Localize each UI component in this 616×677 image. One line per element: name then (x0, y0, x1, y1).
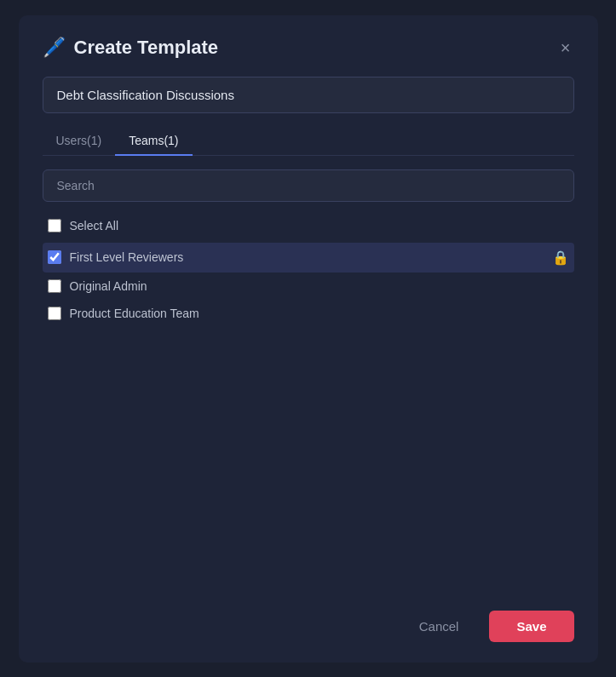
cancel-button[interactable]: Cancel (402, 611, 476, 642)
select-all-row[interactable]: Select All (43, 212, 574, 239)
save-button[interactable]: Save (489, 611, 573, 642)
team-checkbox-original-admin[interactable] (48, 279, 61, 293)
team-label-product-edu: Product Education Team (70, 307, 569, 320)
modal-header: 🖊️ Create Template × (43, 36, 574, 60)
select-all-label: Select All (70, 219, 569, 232)
close-button[interactable]: × (557, 36, 574, 60)
create-template-modal: 🖊️ Create Template × Users(1) Teams(1) S… (19, 15, 598, 663)
search-input[interactable] (43, 169, 574, 202)
select-all-checkbox[interactable] (48, 219, 61, 232)
team-checkbox-first-level[interactable] (48, 250, 61, 264)
list-item[interactable]: Original Admin (43, 273, 574, 300)
tab-users[interactable]: Users(1) (43, 127, 116, 156)
modal-title-text: Create Template (74, 37, 219, 59)
list-item[interactable]: Product Education Team (43, 300, 574, 327)
template-name-input[interactable] (43, 77, 574, 113)
team-label-first-level: First Level Reviewers (70, 250, 544, 264)
team-checkbox-product-edu[interactable] (48, 307, 61, 320)
tab-teams[interactable]: Teams(1) (115, 127, 192, 156)
teams-list: First Level Reviewers 🔒 Original Admin P… (43, 243, 574, 590)
modal-footer: Cancel Save (43, 590, 574, 642)
modal-title: 🖊️ Create Template (43, 37, 219, 59)
list-item[interactable]: First Level Reviewers 🔒 (43, 243, 574, 273)
tabs-container: Users(1) Teams(1) (43, 127, 574, 156)
edit-icon: 🖊️ (43, 37, 66, 59)
team-label-original-admin: Original Admin (70, 279, 569, 293)
lock-icon: 🔒 (552, 250, 569, 266)
